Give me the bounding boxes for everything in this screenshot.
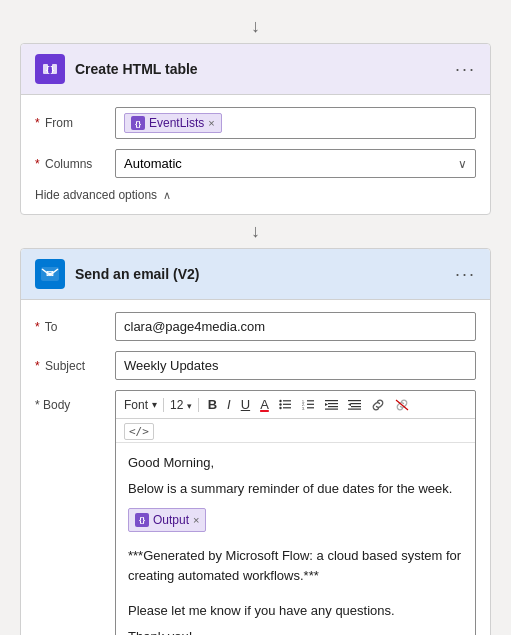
tag-close-button[interactable]: × — [208, 117, 214, 129]
rich-text-editor: Font ▾ 12 ▾ B I U A — [115, 390, 476, 635]
svg-rect-18 — [307, 407, 314, 408]
rte-toolbar: Font ▾ 12 ▾ B I U A — [116, 391, 475, 419]
font-size-select[interactable]: 12 ▾ — [170, 398, 199, 412]
bullet-list-button[interactable] — [276, 398, 295, 411]
from-field-value: {} EventLists × — [115, 107, 476, 139]
tag-label: EventLists — [149, 116, 204, 130]
to-field-row: * To — [35, 312, 476, 341]
from-label: * From — [35, 116, 115, 130]
font-size-chevron-icon: ▾ — [187, 401, 192, 411]
columns-field-value: Automatic ∨ — [115, 149, 476, 178]
indent-button[interactable] — [322, 398, 341, 411]
send-email-card: ✉ Send an email (V2) ··· * To * Subject — [20, 248, 491, 635]
svg-point-7 — [279, 400, 281, 402]
html-card-title: Create HTML table — [75, 61, 455, 77]
output-tag-label: Output — [153, 511, 189, 529]
font-select[interactable]: Font ▾ — [124, 398, 164, 412]
font-size-value: 12 — [170, 398, 183, 412]
remove-link-button[interactable] — [392, 398, 412, 412]
top-connector-arrow: ↓ — [251, 16, 260, 37]
email-card-more-button[interactable]: ··· — [455, 264, 476, 285]
body-field-value: Font ▾ 12 ▾ B I U A — [115, 390, 476, 635]
to-input[interactable] — [115, 312, 476, 341]
output-tag-container: {} Output × — [128, 506, 463, 534]
body-line1: Good Morning, — [128, 453, 463, 473]
svg-rect-19 — [325, 400, 338, 401]
output-tag-icon: {} — [135, 513, 149, 527]
svg-rect-22 — [325, 409, 338, 410]
svg-rect-12 — [283, 407, 291, 408]
insert-link-button[interactable] — [368, 398, 388, 412]
subject-field-row: * Subject — [35, 351, 476, 380]
subject-field-value — [115, 351, 476, 380]
outdent-button[interactable] — [345, 398, 364, 411]
columns-value: Automatic — [124, 156, 182, 171]
svg-text:✉: ✉ — [46, 269, 54, 279]
bold-button[interactable]: B — [205, 396, 220, 413]
svg-rect-10 — [283, 400, 291, 401]
svg-rect-26 — [348, 409, 361, 410]
svg-rect-11 — [283, 404, 291, 405]
svg-text:3.: 3. — [302, 407, 305, 411]
email-card-icon: ✉ — [35, 259, 65, 289]
tag-icon: {} — [131, 116, 145, 130]
svg-rect-25 — [351, 406, 361, 407]
font-chevron-icon: ▾ — [152, 399, 157, 410]
to-label: * To — [35, 320, 115, 334]
html-card-body: * From {} EventLists × * Columns — [21, 95, 490, 214]
output-tag-close-button[interactable]: × — [193, 512, 199, 529]
body-field-row: * Body Font ▾ 12 ▾ B I — [35, 390, 476, 635]
columns-label: * Columns — [35, 157, 115, 171]
event-lists-tag: {} EventLists × — [124, 113, 222, 133]
svg-rect-17 — [307, 404, 314, 405]
svg-point-8 — [279, 403, 281, 405]
body-label: * Body — [35, 390, 115, 412]
email-card-body: * To * Subject * Body — [21, 300, 490, 635]
hide-advanced-toggle[interactable]: Hide advanced options ∧ — [35, 188, 476, 202]
rte-body[interactable]: Good Morning, Below is a summary reminde… — [116, 443, 475, 635]
body-line4: Thank you! — [128, 627, 463, 636]
svg-rect-16 — [307, 400, 314, 401]
columns-select[interactable]: Automatic ∨ — [115, 149, 476, 178]
svg-rect-24 — [351, 403, 361, 404]
svg-text:{}: {} — [45, 66, 55, 75]
email-card-header: ✉ Send an email (V2) ··· — [21, 249, 490, 300]
font-color-button[interactable]: A — [257, 396, 272, 413]
body-line2: Below is a summary reminder of due dates… — [128, 479, 463, 499]
from-field-row: * From {} EventLists × — [35, 107, 476, 139]
email-card-title: Send an email (V2) — [75, 266, 455, 282]
svg-rect-20 — [328, 403, 338, 404]
output-tag: {} Output × — [128, 508, 206, 532]
to-field-value — [115, 312, 476, 341]
middle-connector-arrow: ↓ — [251, 221, 260, 242]
code-toggle-button[interactable]: </> — [124, 423, 154, 440]
columns-chevron-icon: ∨ — [458, 157, 467, 171]
html-card-header: {} Create HTML table ··· — [21, 44, 490, 95]
font-label: Font — [124, 398, 148, 412]
create-html-table-card: {} Create HTML table ··· * From {} Event… — [20, 43, 491, 215]
svg-point-9 — [279, 407, 281, 409]
html-card-icon: {} — [35, 54, 65, 84]
svg-rect-21 — [328, 406, 338, 407]
numbered-list-button[interactable]: 1.2.3. — [299, 398, 318, 411]
underline-button[interactable]: U — [238, 396, 253, 413]
from-tag-input[interactable]: {} EventLists × — [115, 107, 476, 139]
generated-text: ***Generated by Microsoft Flow: a cloud … — [128, 546, 463, 585]
hide-advanced-label: Hide advanced options — [35, 188, 157, 202]
svg-rect-23 — [348, 400, 361, 401]
html-card-more-button[interactable]: ··· — [455, 59, 476, 80]
italic-button[interactable]: I — [224, 396, 234, 413]
subject-label: * Subject — [35, 359, 115, 373]
subject-input[interactable] — [115, 351, 476, 380]
hide-advanced-chevron-icon: ∧ — [163, 189, 171, 202]
columns-field-row: * Columns Automatic ∨ — [35, 149, 476, 178]
body-line3: Please let me know if you have any quest… — [128, 601, 463, 621]
